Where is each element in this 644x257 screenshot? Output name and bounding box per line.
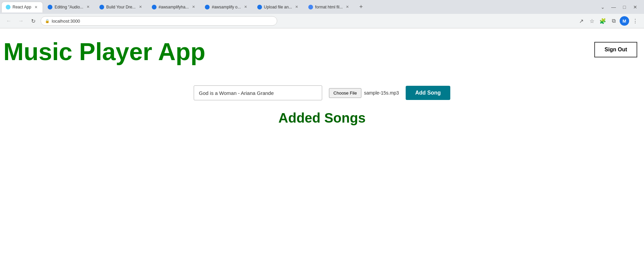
tab-favicon-4 [152, 5, 157, 9]
forward-button[interactable]: → [16, 16, 26, 26]
choose-file-button[interactable]: Choose File [329, 88, 361, 98]
tab-label-7: format html fil... [315, 5, 343, 9]
tab-favicon-7 [308, 5, 313, 9]
close-button[interactable]: ✕ [630, 2, 640, 12]
tab-close-6[interactable]: ✕ [294, 4, 300, 10]
added-songs-title: Added Songs [0, 110, 644, 126]
file-name-label: sample-15s.mp3 [364, 90, 399, 96]
new-tab-button[interactable]: + [356, 2, 366, 12]
page-content: Music Player App Sign Out Choose File sa… [0, 28, 644, 238]
address-bar: ← → ↻ 🔒 localhost:3000 ↗ ☆ 🧩 ⧉ M ⋮ [0, 14, 644, 28]
chrome-menu-icon[interactable]: ⋮ [630, 16, 640, 26]
song-name-input[interactable] [194, 85, 322, 100]
tab-awsamplify-o[interactable]: #awsamplify o... ✕ [201, 2, 252, 12]
profile-avatar[interactable]: M [620, 16, 629, 26]
added-songs-section: Added Songs [0, 110, 644, 126]
tab-favicon-6 [257, 5, 262, 9]
file-input-wrapper: Choose File sample-15s.mp3 [329, 88, 399, 98]
split-view-icon[interactable]: ⧉ [609, 16, 618, 26]
tab-editing-audio[interactable]: Editing "Audio... ✕ [44, 2, 95, 12]
tab-label-4: #awsamplifyhа... [159, 5, 189, 9]
browser-chrome: React App ✕ Editing "Audio... ✕ Build Yo… [0, 0, 644, 28]
tab-close-4[interactable]: ✕ [191, 4, 196, 10]
minimize-button[interactable]: — [609, 2, 618, 12]
tab-bar: React App ✕ Editing "Audio... ✕ Build Yo… [0, 0, 644, 14]
lock-icon: 🔒 [45, 19, 50, 23]
tab-label-2: Editing "Audio... [54, 5, 83, 9]
tab-upload-file[interactable]: Upload file an... ✕ [253, 2, 304, 12]
extensions-icon[interactable]: 🧩 [598, 16, 607, 26]
add-song-button[interactable]: Add Song [406, 86, 450, 100]
tab-close-3[interactable]: ✕ [138, 4, 143, 10]
window-controls: ⌄ — □ ✕ [598, 2, 643, 12]
tab-favicon-1 [6, 5, 10, 9]
add-song-section: Choose File sample-15s.mp3 Add Song [0, 85, 644, 100]
url-text: localhost:3000 [52, 19, 80, 24]
app-header: Music Player App Sign Out [0, 35, 644, 72]
tab-favicon-3 [99, 5, 104, 9]
browser-actions: ↗ ☆ 🧩 ⧉ M ⋮ [576, 16, 640, 26]
back-button[interactable]: ← [4, 16, 14, 26]
tab-label-6: Upload file an... [264, 5, 292, 9]
bookmark-icon[interactable]: ☆ [587, 16, 597, 26]
tab-label-3: Build Your Dre... [106, 5, 136, 9]
tab-close-2[interactable]: ✕ [85, 4, 91, 10]
tab-react-app[interactable]: React App ✕ [1, 2, 43, 12]
tab-favicon-5 [205, 5, 210, 9]
tab-label-5: #awsamplify o... [212, 5, 241, 9]
sign-out-button[interactable]: Sign Out [594, 42, 637, 57]
tab-close-5[interactable]: ✕ [243, 4, 248, 10]
share-icon[interactable]: ↗ [576, 16, 586, 26]
tab-close-7[interactable]: ✕ [345, 4, 350, 10]
tab-label-1: React App [13, 5, 31, 9]
tab-close-1[interactable]: ✕ [33, 4, 39, 10]
tab-build-your-dream[interactable]: Build Your Dre... ✕ [95, 2, 147, 12]
url-bar[interactable]: 🔒 localhost:3000 [41, 16, 277, 26]
app-title: Music Player App [3, 38, 206, 65]
tab-awsamplifyha[interactable]: #awsamplifyhа... ✕ [148, 2, 200, 12]
tab-favicon-2 [48, 5, 52, 9]
chevron-down-icon[interactable]: ⌄ [598, 2, 607, 12]
refresh-button[interactable]: ↻ [28, 16, 38, 26]
tab-format-html[interactable]: format html fil... ✕ [304, 2, 354, 12]
maximize-button[interactable]: □ [620, 2, 629, 12]
